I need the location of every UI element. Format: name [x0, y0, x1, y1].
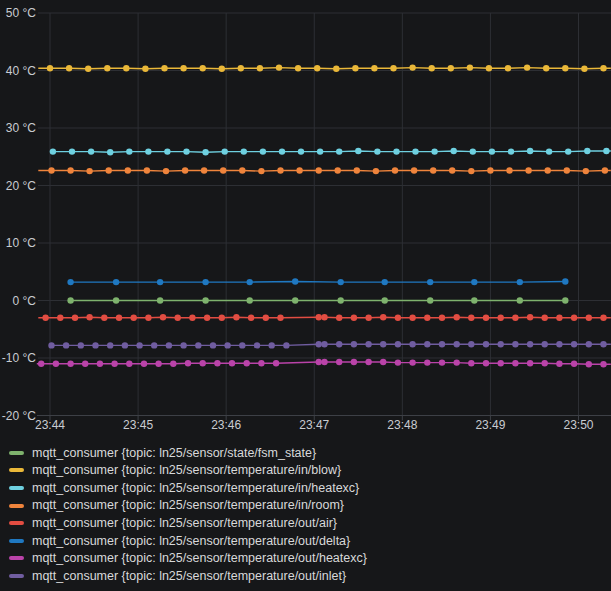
- series-point[interactable]: [409, 64, 415, 70]
- legend-item-temperature-out-heatexc[interactable]: mqtt_consumer {topic: ln25/sensor/temper…: [9, 550, 611, 568]
- series-point[interactable]: [527, 314, 533, 320]
- series-point[interactable]: [116, 315, 122, 321]
- series-point[interactable]: [189, 315, 195, 321]
- series-point[interactable]: [48, 342, 54, 348]
- series-point[interactable]: [565, 148, 571, 154]
- series-point[interactable]: [338, 297, 344, 303]
- series-point[interactable]: [53, 361, 59, 367]
- series-point[interactable]: [395, 359, 401, 365]
- series-point[interactable]: [321, 359, 327, 365]
- series-point[interactable]: [562, 65, 568, 71]
- series-point[interactable]: [487, 167, 493, 173]
- series-point[interactable]: [564, 167, 570, 173]
- series-point[interactable]: [586, 315, 592, 321]
- series-point[interactable]: [160, 314, 166, 320]
- series-point[interactable]: [508, 148, 514, 154]
- series-point[interactable]: [586, 361, 592, 367]
- series-point[interactable]: [430, 167, 436, 173]
- series-point[interactable]: [247, 279, 253, 285]
- series-point[interactable]: [498, 315, 504, 321]
- series-point[interactable]: [210, 342, 216, 348]
- series-point[interactable]: [113, 279, 119, 285]
- series-point[interactable]: [373, 168, 379, 174]
- series-point[interactable]: [602, 167, 608, 173]
- series-point[interactable]: [546, 148, 552, 154]
- legend-item-temperature-out-air[interactable]: mqtt_consumer {topic: ln25/sensor/temper…: [9, 514, 611, 532]
- series-point[interactable]: [292, 278, 298, 284]
- series-point[interactable]: [542, 315, 548, 321]
- plot-area[interactable]: [38, 0, 611, 416]
- series-point[interactable]: [122, 342, 128, 348]
- series-point[interactable]: [273, 360, 279, 366]
- series-point[interactable]: [335, 167, 341, 173]
- series-point[interactable]: [86, 168, 92, 174]
- series-point[interactable]: [47, 65, 53, 71]
- series-point[interactable]: [279, 148, 285, 154]
- series-point[interactable]: [365, 315, 371, 321]
- series-point[interactable]: [316, 314, 322, 320]
- series-point[interactable]: [468, 360, 474, 366]
- series-point[interactable]: [336, 148, 342, 154]
- series-point[interactable]: [454, 341, 460, 347]
- series-point[interactable]: [562, 297, 568, 303]
- series-point[interactable]: [429, 65, 435, 71]
- series-point[interactable]: [185, 360, 191, 366]
- series-point[interactable]: [483, 360, 489, 366]
- series-point[interactable]: [126, 361, 132, 367]
- series-point[interactable]: [524, 64, 530, 70]
- series-point[interactable]: [164, 148, 170, 154]
- series-point[interactable]: [527, 360, 533, 366]
- series-point[interactable]: [161, 65, 167, 71]
- series-point[interactable]: [57, 315, 63, 321]
- series-point[interactable]: [241, 148, 247, 154]
- series-point[interactable]: [72, 315, 78, 321]
- series-point[interactable]: [351, 315, 357, 321]
- series-point[interactable]: [131, 315, 137, 321]
- series-point[interactable]: [395, 341, 401, 347]
- series-point[interactable]: [170, 361, 176, 367]
- series-point[interactable]: [498, 360, 504, 366]
- series-point[interactable]: [126, 148, 132, 154]
- series-point[interactable]: [258, 360, 264, 366]
- series-point[interactable]: [571, 315, 577, 321]
- series-point[interactable]: [316, 167, 322, 173]
- series-point[interactable]: [600, 341, 606, 347]
- series-point[interactable]: [527, 148, 533, 154]
- series-point[interactable]: [263, 315, 269, 321]
- series-point[interactable]: [276, 64, 282, 70]
- series-point[interactable]: [238, 65, 244, 71]
- series-point[interactable]: [86, 314, 92, 320]
- series-point[interactable]: [277, 315, 283, 321]
- series-point[interactable]: [371, 65, 377, 71]
- series-point[interactable]: [506, 167, 512, 173]
- series-point[interactable]: [321, 341, 327, 347]
- series-point[interactable]: [380, 359, 386, 365]
- series-point[interactable]: [107, 149, 113, 155]
- series-point[interactable]: [144, 167, 150, 173]
- series-point[interactable]: [351, 359, 357, 365]
- series-point[interactable]: [427, 297, 433, 303]
- series-point[interactable]: [449, 167, 455, 173]
- series-point[interactable]: [556, 361, 562, 367]
- series-point[interactable]: [512, 315, 518, 321]
- series-point[interactable]: [66, 65, 72, 71]
- series-point[interactable]: [354, 167, 360, 173]
- series-point[interactable]: [483, 341, 489, 347]
- series-point[interactable]: [584, 148, 590, 154]
- series-point[interactable]: [269, 342, 275, 348]
- series-point[interactable]: [333, 66, 339, 72]
- series-point[interactable]: [244, 360, 250, 366]
- series-point[interactable]: [505, 65, 511, 71]
- series-point[interactable]: [512, 360, 518, 366]
- series-point[interactable]: [260, 148, 266, 154]
- series-point[interactable]: [50, 148, 56, 154]
- series-point[interactable]: [412, 148, 418, 154]
- series-point[interactable]: [204, 315, 210, 321]
- series-point[interactable]: [258, 168, 264, 174]
- series-point[interactable]: [42, 315, 48, 321]
- series-point[interactable]: [454, 359, 460, 365]
- series-point[interactable]: [512, 341, 518, 347]
- series-point[interactable]: [195, 342, 201, 348]
- series-point[interactable]: [202, 279, 208, 285]
- series-point[interactable]: [468, 168, 474, 174]
